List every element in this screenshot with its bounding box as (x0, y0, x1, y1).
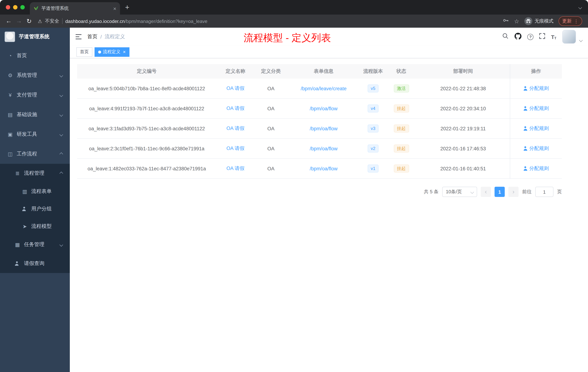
user-group-icon (22, 207, 28, 211)
browser-tab[interactable]: 芋道管理系统 × (30, 2, 120, 15)
assign-rule-link[interactable]: 分配规则 (523, 85, 549, 92)
github-icon[interactable] (515, 33, 522, 41)
main-panel: 首页 / 流程定义 流程模型 - 定义列表 ? TT 首页 (70, 28, 588, 372)
definition-name-link[interactable]: OA 请假 (226, 86, 244, 91)
form-link[interactable]: /bpm/oa/flow (310, 106, 337, 111)
fullscreen-icon[interactable] (539, 33, 545, 40)
tab-close-icon[interactable]: × (113, 5, 116, 11)
window-minimize-button[interactable] (13, 5, 17, 10)
column-header-3: 表单信息 (287, 68, 360, 75)
search-icon[interactable] (502, 33, 509, 41)
prev-page-button[interactable]: ‹ (481, 187, 491, 197)
sidebar-item-process-form[interactable]: ▥ 流程表单 (0, 183, 70, 200)
form-link[interactable]: /bpm/oa/flow (310, 166, 337, 171)
version-cell: v3 (360, 124, 386, 132)
sidebar-toggle-icon[interactable] (70, 34, 87, 40)
tab-list-chevron-icon[interactable] (578, 5, 582, 9)
assign-rule-link[interactable]: 分配规则 (523, 165, 549, 172)
password-key-icon[interactable] (502, 17, 509, 25)
window-fullscreen-button[interactable] (20, 5, 25, 10)
window-close-button[interactable] (6, 5, 10, 10)
yen-icon: ¥ (7, 92, 13, 98)
definition-name-link[interactable]: OA 请假 (226, 166, 244, 171)
version-cell: v4 (360, 104, 386, 112)
sidebar-item-dev-tools[interactable]: ▣ 研发工具 (0, 124, 70, 144)
sidebar-item-workflow[interactable]: ◫ 工作流程 (0, 144, 70, 164)
incognito-badge: 无痕模式 (524, 17, 554, 25)
version-tag: v4 (368, 104, 378, 112)
action-cell: 分配规则 (510, 99, 562, 118)
current-page-button[interactable]: 1 (494, 187, 505, 197)
top-navbar: 首页 / 流程定义 流程模型 - 定义列表 ? TT (70, 28, 588, 46)
pagination: 共 5 条 10条/页 ‹ 1 › 前往 页 (77, 187, 562, 197)
forward-icon[interactable]: → (14, 16, 24, 26)
update-button[interactable]: 更新 ⋮ (558, 16, 582, 26)
sidebar-item-task-management[interactable]: ▦ 任务管理 (0, 235, 70, 254)
form-link[interactable]: /bpm/oa/flow (310, 146, 337, 151)
new-tab-button[interactable]: + (125, 3, 129, 11)
definitions-table: 定义编号定义名称定义分类表单信息流程版本状态部署时间操作 oa_leave:5:… (77, 64, 562, 179)
form-link[interactable]: /bpm/oa/flow (310, 126, 337, 131)
column-header-5: 状态 (386, 68, 416, 75)
definition-name-link[interactable]: OA 请假 (226, 106, 244, 111)
sidebar-item-process-management[interactable]: ≣ 流程管理 (0, 164, 70, 183)
goto-page-input[interactable] (535, 187, 554, 197)
sidebar-item-user-group[interactable]: 用户分组 (0, 200, 70, 218)
status-tag: 挂起 (394, 124, 409, 132)
font-size-icon[interactable]: TT (551, 34, 556, 40)
user-avatar[interactable] (562, 30, 576, 44)
form-link[interactable]: /bpm/oa/leave/create (301, 86, 346, 91)
chevron-down-icon (59, 93, 63, 97)
browser-menu-icon[interactable]: ⋮ (574, 18, 578, 24)
sidebar-logo: 芋道管理系统 (0, 28, 70, 46)
sidebar: 芋道管理系统 ◔ 首页 ⚙ 系统管理 ¥ 支付管理 ▤ 基础设施 ▣ 研发工具 … (0, 28, 70, 372)
next-page-button[interactable]: › (508, 187, 519, 197)
incognito-label: 无痕模式 (535, 18, 554, 24)
sidebar-item-home[interactable]: ◔ 首页 (0, 46, 70, 66)
definition-id-cell: oa_leave:2:3c1f0ef1-76b1-11ec-9c66-a2380… (77, 146, 216, 151)
incognito-icon (524, 17, 532, 25)
assign-rule-link[interactable]: 分配规则 (523, 145, 549, 152)
gear-icon: ⚙ (7, 72, 13, 78)
definition-id-cell: oa_leave:5:004b710b-7b8a-11ec-8ef0-acde4… (77, 86, 216, 91)
bookmark-star-icon[interactable]: ☆ (514, 18, 519, 25)
form-info-cell: /bpm/oa/leave/create (287, 86, 360, 91)
form-info-cell: /bpm/oa/flow (287, 166, 360, 171)
tag-close-icon[interactable]: × (123, 49, 126, 55)
tag-home[interactable]: 首页 (76, 47, 92, 57)
address-bar[interactable]: ⚠ 不安全 dashboard.yudao.iocoder.cn/bpm/man… (38, 18, 499, 24)
deploy-time-cell: 2022-01-22 20:34:10 (416, 106, 510, 111)
chevron-down-icon (59, 132, 63, 136)
chevron-down-icon (59, 113, 63, 117)
status-cell: 挂起 (386, 144, 416, 153)
url-text: dashboard.yudao.iocoder.cn/bpm/manager/d… (65, 18, 207, 24)
user-icon (523, 86, 527, 91)
sidebar-item-process-model[interactable]: ➤ 流程模型 (0, 218, 70, 235)
reload-icon[interactable]: ↻ (24, 16, 34, 26)
user-icon (523, 106, 527, 111)
breadcrumb-home[interactable]: 首页 (87, 33, 97, 40)
user-icon (15, 261, 20, 266)
window-controls (0, 5, 30, 10)
definition-name-link[interactable]: OA 请假 (226, 126, 244, 131)
dashboard-icon: ◔ (7, 53, 13, 59)
sidebar-item-infrastructure[interactable]: ▤ 基础设施 (0, 105, 70, 124)
back-icon[interactable]: ← (4, 16, 14, 26)
form-info-cell: /bpm/oa/flow (287, 146, 360, 151)
sidebar-item-payment-management[interactable]: ¥ 支付管理 (0, 85, 70, 105)
definition-name-link[interactable]: OA 请假 (226, 146, 244, 151)
chevron-down-icon (59, 74, 63, 77)
definition-id-cell: oa_leave:3:1fad3d93-7b75-11ec-a3c8-acde4… (77, 126, 216, 131)
sidebar-item-leave-query[interactable]: 请假查询 (0, 254, 70, 273)
assign-rule-link[interactable]: 分配规则 (523, 105, 549, 112)
sidebar-item-system-management[interactable]: ⚙ 系统管理 (0, 66, 70, 85)
page-size-select[interactable]: 10条/页 (442, 187, 477, 197)
deploy-time-cell: 2022-01-16 01:40:51 (416, 166, 510, 171)
assign-rule-link[interactable]: 分配规则 (523, 125, 549, 132)
tag-process-definition[interactable]: 流程定义 × (94, 47, 129, 57)
help-icon[interactable]: ? (527, 34, 534, 40)
action-cell: 分配规则 (510, 79, 562, 98)
avatar-caret-icon[interactable] (579, 38, 583, 42)
url-divider (62, 18, 62, 24)
logo-avatar (4, 31, 15, 42)
